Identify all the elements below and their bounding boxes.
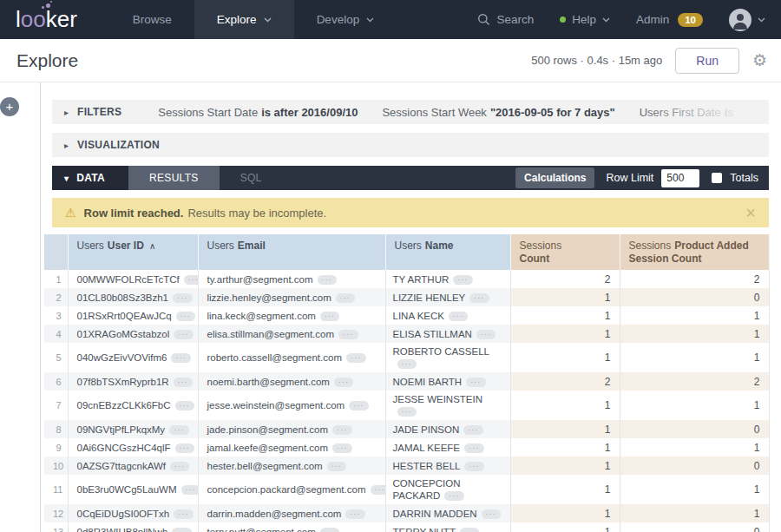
cell-menu-button[interactable]: ··· (397, 407, 417, 417)
visualization-label[interactable]: VISUALIZATION (77, 139, 160, 151)
cell-name[interactable]: JADE PINSON··· (385, 420, 510, 438)
cell-user-id[interactable]: 01RSxRrt0QEAwJCq··· (68, 306, 198, 325)
run-button[interactable]: Run (675, 48, 739, 74)
cell-menu-button[interactable]: ··· (176, 312, 196, 321)
cell-product-added-count[interactable]: 0 (620, 456, 769, 475)
cell-sessions-count[interactable]: 1 (510, 343, 620, 372)
cell-product-added-count[interactable]: 2 (620, 372, 769, 391)
cell-menu-button[interactable]: ··· (332, 443, 352, 453)
cell-email[interactable]: roberto.cassell@segment.com··· (198, 343, 385, 372)
cell-menu-button[interactable]: ··· (320, 312, 340, 321)
cell-user-id[interactable]: 0Ai6GNCGszHC4qlF··· (68, 438, 198, 456)
cell-name[interactable]: NOEMI BARTH··· (385, 372, 510, 391)
column-header-product-added-session-count[interactable]: SessionsProduct Added Session Count (620, 234, 769, 270)
cell-user-id[interactable]: 01XRAGoMGstabzol··· (68, 325, 198, 343)
cell-menu-button[interactable]: ··· (170, 462, 190, 471)
cell-user-id[interactable]: 09cnEBzzCLKk6FbC··· (68, 391, 198, 420)
filter-item[interactable]: Sessions Start Week"2016-09-05 for 7 day… (382, 106, 614, 119)
caret-right-icon[interactable]: ▸ (64, 108, 69, 117)
cell-user-id[interactable]: 0d8R3WIUB8pllNwh··· (68, 522, 198, 532)
cell-email[interactable]: hester.bell@segment.com··· (198, 456, 385, 475)
search-button[interactable]: Search (477, 13, 534, 26)
cell-sessions-count[interactable]: 1 (510, 325, 620, 343)
cell-menu-button[interactable]: ··· (327, 462, 347, 471)
totals-checkbox[interactable] (712, 173, 722, 183)
cell-name[interactable]: TERRY NUTT··· (385, 522, 510, 532)
cell-product-added-count[interactable]: 2 (620, 270, 769, 288)
cell-product-added-count[interactable]: 1 (620, 391, 769, 420)
cell-product-added-count[interactable]: 1 (620, 438, 769, 456)
caret-right-icon[interactable]: ▸ (64, 141, 69, 150)
cell-menu-button[interactable]: ··· (173, 293, 193, 303)
cell-user-id[interactable]: 0AZSG7ttagcnkAWf··· (68, 456, 198, 475)
cell-product-added-count[interactable]: 1 (620, 504, 769, 522)
cell-product-added-count[interactable]: 1 (620, 306, 769, 325)
tab-sql[interactable]: SQL (220, 166, 283, 190)
column-header-email[interactable]: UsersEmail (198, 234, 385, 270)
gear-icon[interactable]: ⚙ (752, 52, 767, 69)
user-menu[interactable] (729, 9, 765, 31)
cell-user-id[interactable]: 00MWWFOLRcETcTCf··· (68, 270, 198, 288)
cell-name[interactable]: ROBERTO CASSELL··· (385, 343, 510, 372)
cell-menu-button[interactable]: ··· (464, 462, 484, 471)
cell-product-added-count[interactable]: 0 (620, 288, 769, 306)
cell-sessions-count[interactable]: 1 (510, 391, 620, 420)
cell-user-id[interactable]: 040wGzEivVOVifm6··· (68, 343, 198, 372)
cell-menu-button[interactable]: ··· (172, 528, 192, 532)
cell-menu-button[interactable]: ··· (175, 443, 195, 453)
cell-user-id[interactable]: 0bE3ru0WCg5LauWM··· (68, 475, 198, 504)
cell-name[interactable]: HESTER BELL··· (385, 456, 510, 475)
cell-email[interactable]: jesse.weinstein@segment.com··· (198, 391, 385, 420)
cell-menu-button[interactable]: ··· (460, 528, 480, 532)
filter-item[interactable]: Sessions Start Dateis after 2016/09/10 (158, 106, 358, 119)
filter-item[interactable]: Users First Dateis after 2016/09/10 (640, 106, 769, 119)
cell-menu-button[interactable]: ··· (169, 425, 189, 435)
nav-item-browse[interactable]: Browse (110, 0, 194, 39)
cell-email[interactable]: ty.arthur@segment.com··· (198, 270, 385, 288)
help-menu[interactable]: Help (560, 13, 610, 26)
cell-menu-button[interactable]: ··· (397, 359, 417, 369)
cell-email[interactable]: elisa.stillman@segment.com··· (198, 325, 385, 343)
cell-email[interactable]: jamal.keefe@segment.com··· (198, 438, 385, 456)
calculations-button[interactable]: Calculations (515, 167, 594, 188)
cell-name[interactable]: TY ARTHUR··· (385, 270, 510, 288)
nav-item-develop[interactable]: Develop (294, 0, 397, 39)
cell-menu-button[interactable]: ··· (174, 509, 194, 519)
cell-menu-button[interactable]: ··· (444, 491, 464, 501)
cell-menu-button[interactable]: ··· (181, 485, 198, 495)
cell-menu-button[interactable]: ··· (346, 353, 366, 363)
cell-name[interactable]: JAMAL KEEFE··· (385, 438, 510, 456)
cell-sessions-count[interactable]: 1 (510, 504, 620, 522)
cell-email[interactable]: jade.pinson@segment.com··· (198, 420, 385, 438)
cell-menu-button[interactable]: ··· (318, 275, 338, 285)
cell-user-id[interactable]: 09NGVtjPfLPkqxMy··· (68, 420, 198, 438)
cell-name[interactable]: DARRIN MADDEN··· (385, 504, 510, 522)
cell-user-id[interactable]: 01CL80b08Sz3Bzh1··· (68, 288, 198, 306)
cell-sessions-count[interactable]: 1 (510, 420, 620, 438)
cell-sessions-count[interactable]: 1 (510, 456, 620, 475)
filters-label[interactable]: FILTERS (77, 106, 121, 118)
cell-product-added-count[interactable]: 1 (620, 475, 769, 504)
cell-menu-button[interactable]: ··· (184, 275, 198, 285)
cell-sessions-count[interactable]: 1 (510, 438, 620, 456)
cell-menu-button[interactable]: ··· (320, 528, 340, 532)
cell-menu-button[interactable]: ··· (338, 330, 358, 339)
cell-sessions-count[interactable]: 2 (510, 372, 620, 391)
cell-product-added-count[interactable]: 0 (620, 420, 769, 438)
data-section-header[interactable]: ▾ DATA (52, 166, 128, 190)
cell-email[interactable]: lizzie.henley@segment.com··· (198, 288, 385, 306)
cell-menu-button[interactable]: ··· (345, 509, 365, 519)
cell-menu-button[interactable]: ··· (371, 485, 386, 495)
cell-sessions-count[interactable]: 1 (510, 288, 620, 306)
row-limit-input[interactable] (661, 169, 699, 187)
cell-menu-button[interactable]: ··· (349, 401, 369, 410)
cell-menu-button[interactable]: ··· (466, 378, 486, 387)
admin-menu[interactable]: Admin 10 (636, 13, 703, 27)
cell-name[interactable]: JESSE WEINSTEIN··· (385, 391, 510, 420)
cell-menu-button[interactable]: ··· (336, 293, 356, 303)
cell-name[interactable]: CONCEPCION PACKARD··· (385, 475, 510, 504)
cell-email[interactable]: lina.keck@segment.com··· (198, 306, 385, 325)
cell-sessions-count[interactable]: 1 (510, 522, 620, 532)
cell-email[interactable]: noemi.barth@segment.com··· (198, 372, 385, 391)
column-header-count[interactable]: SessionsCount (510, 234, 620, 270)
